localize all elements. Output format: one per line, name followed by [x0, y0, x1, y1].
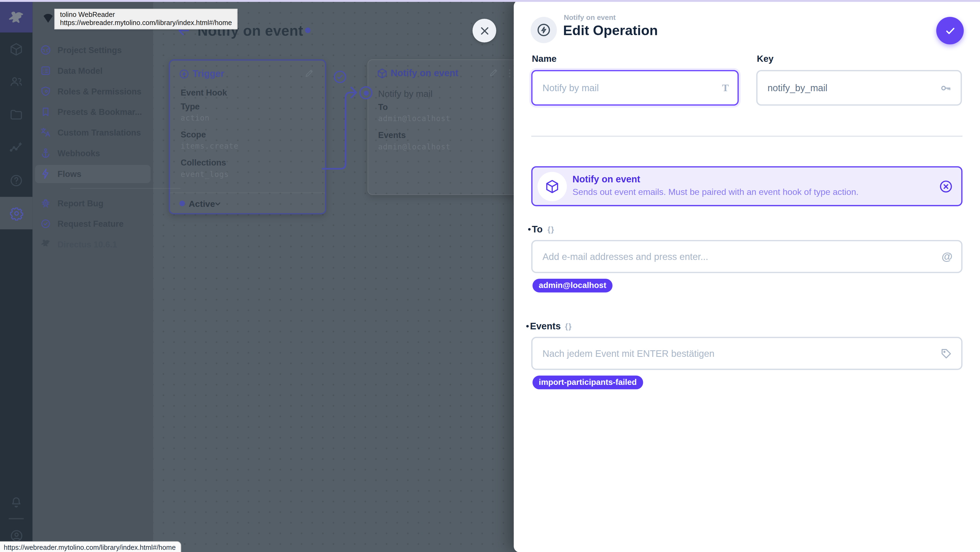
sidebar-item-label: Custom Translations: [57, 128, 141, 137]
user-avatar-icon: [9, 528, 24, 543]
save-button[interactable]: [936, 17, 964, 45]
tooltip-title: tolino WebReader: [60, 11, 232, 19]
cube-module-button[interactable]: [0, 33, 32, 65]
key-input-wrap: [756, 70, 962, 106]
cube-icon: [545, 180, 559, 194]
key-label: Key: [757, 54, 773, 64]
anchor-icon: [40, 148, 51, 159]
sidebar-item-roles-permissions[interactable]: Roles & Permissions: [32, 82, 153, 101]
operation-field-value: admin@localhost: [378, 115, 450, 123]
tag-icon: [940, 347, 953, 360]
directus-rabbit-icon: [40, 239, 51, 250]
sidebar-item-label: Data Model: [57, 66, 102, 75]
nav-divider: [70, 188, 180, 189]
globe-icon: [40, 45, 51, 56]
insights-module-button[interactable]: [0, 131, 32, 164]
cube-icon: [377, 68, 387, 79]
help-icon: [9, 173, 23, 188]
version-label: Directus 10.6.1: [57, 240, 117, 249]
operation-panel-description: Sends out event emails. Must be paired w…: [573, 187, 859, 197]
operation-type-icon: [531, 17, 557, 43]
check-icon: [944, 25, 956, 37]
key-icon: [939, 82, 952, 94]
sidebar-item-data-model[interactable]: Data Model: [32, 61, 153, 80]
close-drawer-button[interactable]: [473, 19, 496, 43]
users-module-button[interactable]: [0, 65, 32, 98]
project-logo[interactable]: [0, 2, 32, 33]
operation-panel-icon-wrap: [538, 172, 567, 201]
settings-gear-icon: [9, 206, 24, 221]
notifications-button[interactable]: [0, 486, 32, 519]
page-title: Edit Operation: [563, 22, 658, 39]
kebab-menu-icon[interactable]: ⋮: [505, 68, 514, 77]
tolino-logo-icon: [42, 12, 54, 24]
to-label: To: [532, 224, 543, 234]
raw-value-icon[interactable]: {}: [565, 322, 572, 331]
breadcrumb: Notify on event: [564, 14, 616, 22]
field-dot: [528, 228, 531, 231]
sidebar-item-presets-bookmarks[interactable]: Presets & Bookmar...: [32, 103, 153, 121]
events-chip[interactable]: import-participants-failed: [533, 375, 643, 390]
to-input[interactable]: [533, 241, 961, 272]
deselect-operation-icon[interactable]: [939, 180, 953, 194]
status-url: https://webreader.mytolino.com/library/i…: [4, 544, 176, 551]
sidebar-item-label: Presets & Bookmar...: [57, 107, 142, 116]
operation-field-label: Events: [378, 130, 406, 140]
screen: Notify on event Trigger Event Hook Type …: [0, 0, 980, 552]
edit-operation-icon[interactable]: [488, 67, 499, 78]
sidebar-item-report-bug[interactable]: Report Bug: [32, 194, 153, 213]
operation-name: Notify by mail: [378, 89, 433, 99]
window-top-strip: [0, 0, 980, 2]
name-input-wrap: T: [531, 70, 739, 106]
sidebar-item-project-settings[interactable]: Project Settings: [32, 41, 153, 59]
trigger-card-title: Trigger: [192, 68, 224, 79]
trigger-field-label: Scope: [181, 130, 206, 139]
bolt-icon: [40, 168, 51, 180]
sidebar-item-custom-translations[interactable]: Custom Translations: [32, 123, 153, 142]
trigger-field-value: action: [181, 114, 210, 122]
trigger-card[interactable]: Trigger Event Hook Type action Scope ite…: [169, 59, 326, 214]
card-footer-divider: [170, 192, 325, 193]
sidebar-item-flows[interactable]: Flows: [32, 164, 153, 183]
badge-check-icon: [40, 218, 51, 229]
operation-type-panel[interactable]: Notify on event Sends out event emails. …: [531, 166, 963, 206]
settings-module-button[interactable]: [0, 197, 32, 229]
insights-icon: [9, 141, 23, 154]
trigger-subtitle: Event Hook: [181, 88, 227, 97]
key-input[interactable]: [757, 71, 961, 105]
list-icon: [40, 65, 51, 76]
bolt-circle-icon: [536, 22, 551, 38]
directus-rabbit-icon: [7, 10, 25, 24]
raw-value-icon[interactable]: {}: [547, 225, 555, 234]
chevron-down-icon[interactable]: [215, 200, 221, 207]
operation-field-value: admin@localhost: [378, 142, 450, 151]
operation-card[interactable]: Notify on event ⋮ Notify by mail To admi…: [368, 59, 524, 195]
sidebar-item-label: Report Bug: [57, 199, 103, 208]
users-icon: [9, 75, 23, 89]
trigger-field-value: event_logs: [181, 170, 229, 178]
operation-input-node[interactable]: [360, 86, 372, 99]
operation-card-title: Notify on event: [391, 67, 458, 78]
to-input-wrap: @: [531, 240, 963, 273]
bookmark-icon: [40, 106, 51, 117]
sidebar-item-webhooks[interactable]: Webhooks: [32, 144, 153, 162]
name-label: Name: [532, 54, 557, 64]
files-module-button[interactable]: [0, 99, 32, 131]
browser-status-bar: https://webreader.mytolino.com/library/i…: [0, 541, 181, 552]
trigger-field-label: Collections: [181, 158, 226, 167]
app-viewport: Notify on event Trigger Event Hook Type …: [0, 0, 980, 552]
sidebar-item-label: Webhooks: [57, 148, 100, 157]
tooltip-url: https://webreader.mytolino.com/library/i…: [60, 19, 232, 27]
trigger-status[interactable]: Active: [189, 199, 215, 209]
title-icon: T: [722, 82, 729, 93]
to-chip[interactable]: admin@localhost: [533, 279, 612, 293]
events-input[interactable]: [533, 338, 961, 369]
help-module-button[interactable]: [0, 164, 32, 197]
events-input-wrap: [531, 337, 963, 370]
bolt-circle-icon: [179, 69, 189, 80]
trigger-field-label: Type: [181, 102, 200, 111]
sidebar-item-request-feature[interactable]: Request Feature: [32, 215, 153, 233]
name-input[interactable]: [533, 71, 737, 105]
sidebar-item-label: Roles & Permissions: [57, 87, 141, 96]
folder-icon: [9, 108, 23, 122]
